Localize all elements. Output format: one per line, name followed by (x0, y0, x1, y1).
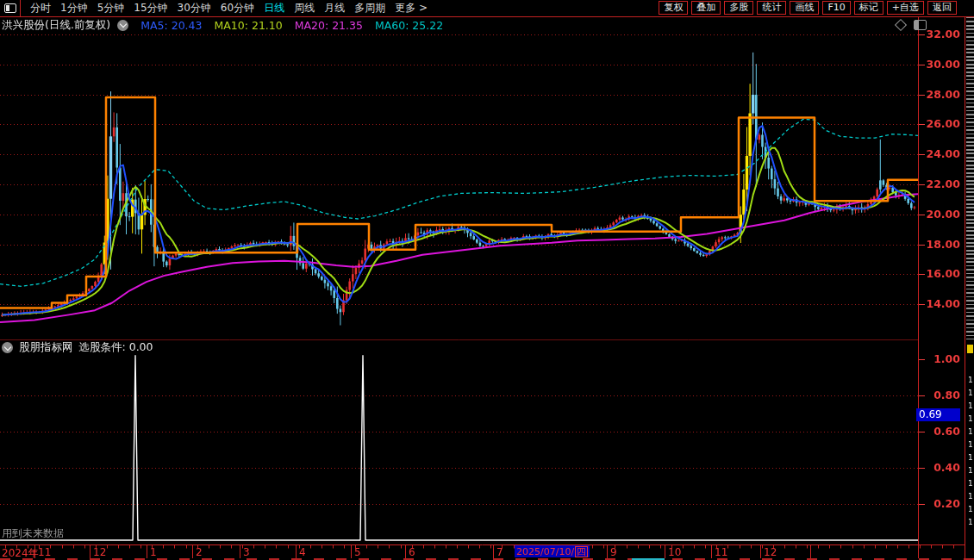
window-icon (4, 3, 16, 13)
main-y-label-8: 16.00 (922, 267, 960, 280)
clipped-digit-9: 1 (968, 492, 973, 501)
ma-value-0: MA5: 20.43 (140, 19, 202, 32)
stock-title: 洪兴股份(日线.前复权) (2, 18, 110, 33)
clipped-digit-3: 1 (968, 414, 973, 423)
sub-y-label-3: 0.40 (922, 461, 960, 474)
period-tab-5[interactable]: 60分钟 (221, 1, 254, 16)
window-button[interactable] (0, 0, 21, 16)
main-y-label-2: 28.00 (922, 88, 960, 101)
highlighted-date: 2025/07/10/ 四 (515, 545, 590, 557)
sub-y-label-4: 0.20 (922, 497, 960, 510)
main-y-label-0: 32.00 (922, 28, 960, 40)
price-chart-canvas[interactable] (0, 0, 974, 560)
clipped-digit-10: 1 (968, 505, 973, 513)
period-tab-9[interactable]: 多周期 (354, 1, 385, 16)
date-label-5: 3 (243, 546, 250, 558)
action-button-6[interactable]: 标记 (854, 1, 883, 15)
action-button-8[interactable]: 返回 (927, 1, 957, 15)
sub-y-label-2: 0.60 (922, 425, 960, 438)
clipped-digit-2: 1 (968, 401, 973, 410)
action-button-1[interactable]: 叠加 (691, 1, 721, 15)
period-tab-7[interactable]: 周线 (294, 1, 315, 16)
sub-y-label-0: 1.00 (922, 352, 960, 365)
clipped-digit-8: 1 (968, 479, 973, 488)
value-marker: 0.69 (916, 408, 960, 421)
period-menu: 分时1分钟5分钟15分钟30分钟60分钟日线周线月线多周期更多 > (21, 1, 428, 16)
future-data-warning: 用到未来数据 (2, 526, 64, 541)
main-y-label-1: 30.00 (922, 58, 960, 71)
ma-labels: MA5: 20.43MA10: 21.10MA20: 21.35MA60: 25… (128, 19, 443, 32)
clipped-right-panel (966, 17, 974, 339)
action-button-4[interactable]: 画线 (790, 1, 819, 15)
period-tab-1[interactable]: 1分钟 (60, 1, 88, 16)
main-y-label-3: 26.00 (922, 117, 960, 130)
highlighted-date-text: 2025/07/10/ (516, 546, 574, 557)
action-buttons: 复权叠加多股统计画线F10标记+自选返回 (655, 1, 957, 15)
action-button-0[interactable]: 复权 (659, 1, 688, 15)
period-tab-4[interactable]: 30分钟 (178, 1, 211, 16)
clipped-right-list: 111111111111 (966, 343, 974, 544)
diamond-icon[interactable] (895, 19, 907, 31)
date-label-12: 11 (715, 546, 727, 558)
main-y-label-4: 24.00 (922, 147, 960, 160)
indicator-header: 股朋指标网 选股条件: 0.00 (2, 341, 153, 354)
clipped-digit-6: 1 (968, 453, 973, 462)
date-label-1: 11 (38, 546, 51, 558)
period-tab-10[interactable]: 更多 > (395, 1, 428, 16)
clipped-digit-0: 1 (968, 376, 973, 384)
date-label-9: 7 (496, 546, 503, 558)
clipped-digit-4: 1 (968, 427, 973, 436)
clipped-digit-7: 1 (968, 466, 973, 475)
date-label-10: 9 (610, 546, 617, 558)
top-toolbar: 分时1分钟5分钟15分钟30分钟60分钟日线周线月线多周期更多 > 复权叠加多股… (0, 0, 974, 17)
main-y-label-9: 14.00 (922, 297, 960, 310)
collapse-chevron-icon[interactable] (2, 342, 13, 353)
sub-y-label-1: 0.80 (922, 389, 960, 401)
period-tab-8[interactable]: 月线 (324, 1, 345, 16)
action-button-3[interactable]: 统计 (757, 1, 786, 15)
main-y-label-7: 18.00 (922, 238, 960, 251)
period-tab-0[interactable]: 分时 (30, 1, 51, 16)
date-label-3: 1 (150, 546, 157, 558)
date-label-13: 12 (764, 546, 777, 558)
date-label-11: 10 (668, 546, 681, 558)
clipped-digit-5: 1 (968, 440, 973, 449)
ma-value-1: MA10: 21.10 (215, 19, 283, 32)
highlighted-weekday: 四 (575, 546, 588, 557)
chart-header: 洪兴股份(日线.前复权) MA5: 20.43MA10: 21.10MA20: … (2, 18, 443, 32)
date-label-2: 12 (93, 546, 106, 558)
indicator-title: 股朋指标网 (19, 340, 73, 355)
ma-value-3: MA60: 25.22 (375, 19, 443, 32)
period-tab-2[interactable]: 5分钟 (97, 1, 125, 16)
main-y-label-6: 20.00 (922, 208, 960, 221)
ma-value-2: MA20: 21.35 (295, 19, 363, 32)
period-tab-3[interactable]: 15分钟 (134, 1, 167, 16)
collapse-chevron-icon[interactable] (117, 20, 128, 31)
action-button-2[interactable]: 多股 (724, 1, 753, 15)
action-button-5[interactable]: F10 (822, 1, 850, 15)
date-label-6: 4 (299, 546, 306, 558)
action-button-7[interactable]: +自选 (887, 1, 924, 15)
clipped-digit-1: 1 (968, 389, 973, 397)
clipped-digit-11: 1 (968, 518, 973, 526)
indicator-condition: 选股条件: 0.00 (79, 340, 153, 355)
date-label-8: 6 (409, 546, 415, 558)
date-label-4: 2 (196, 546, 203, 558)
date-label-7: 5 (354, 546, 361, 558)
clipped-yellow-icon (967, 345, 973, 353)
period-tab-6[interactable]: 日线 (264, 1, 284, 16)
main-y-label-5: 22.00 (922, 177, 960, 190)
